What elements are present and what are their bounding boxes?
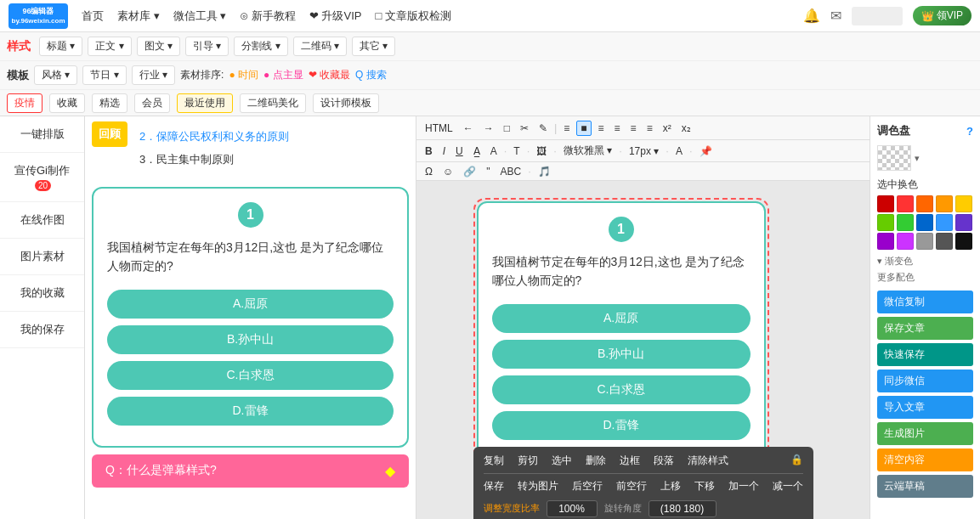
color-cell-9[interactable] [936, 214, 953, 231]
ed-bold[interactable]: B [422, 144, 436, 158]
tb-recent[interactable]: 最近使用 [177, 93, 233, 113]
ed-redo[interactable]: → [480, 121, 497, 135]
color-cell-13[interactable] [916, 233, 933, 250]
color-cell-12[interactable] [897, 233, 914, 250]
ed-align-center[interactable]: ≡ [595, 121, 608, 135]
sidebar-item-favorites[interactable]: 我的收藏 [0, 275, 84, 312]
ctx-before-line[interactable]: 前空行 [616, 479, 647, 494]
action-clear-content[interactable]: 清空内容 [877, 448, 973, 471]
ctx-to-image[interactable]: 转为图片 [518, 479, 558, 494]
template-text-item-1[interactable]: 2．保障公民权利和义务的原则 [139, 127, 289, 146]
quiz-option-left-1[interactable]: B.孙中山 [107, 325, 394, 354]
vip-button[interactable]: 👑 领VIP [913, 6, 972, 25]
ed-font-size[interactable]: 17px ▾ [626, 144, 662, 158]
ed-abc[interactable]: ABC [497, 165, 525, 178]
back-button[interactable]: 回顾 [92, 121, 127, 147]
ed-italic[interactable]: I [439, 144, 449, 158]
sidebar-item-images[interactable]: 图片素材 [0, 239, 84, 275]
ed-omega[interactable]: Ω [422, 165, 436, 178]
ed-text-color[interactable]: A [672, 144, 686, 158]
ctx-clear-style[interactable]: 清除样式 [688, 454, 728, 468]
tb-filter-fav[interactable]: 收藏 [49, 93, 85, 113]
nav-home[interactable]: 首页 [82, 8, 104, 24]
ctx-save[interactable]: 保存 [484, 479, 504, 494]
quiz-option-right-0[interactable]: A.屈原 [492, 304, 751, 333]
notification-bell-icon[interactable]: 🔔 [803, 8, 820, 24]
action-import-article[interactable]: 导入文章 [877, 396, 973, 419]
tb-search[interactable]: Q 搜索 [355, 68, 387, 82]
ctx-select[interactable]: 选中 [552, 454, 572, 468]
tb-body[interactable]: 正文 ▾ [88, 37, 131, 56]
tb-graphic[interactable]: 图文 ▾ [137, 37, 180, 56]
quiz-option-right-2[interactable]: C.白求恩 [492, 375, 751, 404]
user-avatar[interactable] [852, 7, 903, 25]
ctx-up[interactable]: 上移 [660, 479, 681, 494]
action-wechat-copy[interactable]: 微信复制 [877, 291, 973, 313]
sidebar-item-layout[interactable]: 一键排版 [0, 116, 84, 153]
tb-holiday[interactable]: 节日 ▾ [82, 65, 126, 85]
ctx-rotate-input[interactable] [649, 500, 717, 517]
ctx-border[interactable]: 边框 [620, 454, 640, 468]
tb-filter-member[interactable]: 会员 [134, 93, 170, 113]
ed-pin[interactable]: 📌 [696, 144, 716, 158]
ctx-copy[interactable]: 复制 [484, 454, 504, 468]
tb-style[interactable]: 风格 ▾ [34, 65, 77, 85]
ed-align-left[interactable]: ■ [576, 121, 591, 136]
sidebar-item-saved[interactable]: 我的保存 [0, 312, 84, 348]
color-cell-2[interactable] [897, 195, 914, 212]
ed-text-style[interactable]: T [510, 144, 523, 158]
sort-time[interactable]: ● 时间 [229, 68, 258, 82]
tb-guide[interactable]: 引导 ▾ [185, 37, 229, 56]
tb-designer[interactable]: 设计师模板 [313, 93, 379, 113]
ed-subscript[interactable]: x₂ [678, 121, 694, 135]
ctx-cut[interactable]: 剪切 [518, 454, 538, 468]
ed-color[interactable]: A̲ [470, 144, 484, 158]
mail-icon[interactable]: ✉ [830, 8, 841, 24]
ctx-remove[interactable]: 减一个 [773, 479, 803, 494]
color-dropdown-arrow[interactable]: ▾ [915, 153, 920, 164]
ed-indent[interactable]: ≡ [627, 121, 640, 135]
ctx-percent-input[interactable] [547, 500, 598, 517]
tb-divider[interactable]: 分割线 ▾ [234, 37, 287, 56]
color-help-icon[interactable]: ? [966, 125, 973, 138]
ed-font[interactable]: A [487, 144, 501, 158]
quiz-option-right-1[interactable]: B.孙中山 [492, 340, 751, 369]
ed-underline[interactable]: U [452, 144, 467, 158]
ed-cut[interactable]: ✂ [517, 121, 532, 135]
gradient-label[interactable]: ▾ 渐变色 [877, 255, 973, 268]
ed-list[interactable]: ≡ [560, 121, 573, 135]
action-save-article[interactable]: 保存文章 [877, 317, 973, 340]
tb-qrcode[interactable]: 二维码 ▾ [293, 37, 347, 56]
tb-industry[interactable]: 行业 ▾ [132, 65, 175, 85]
action-quick-save[interactable]: 快速保存 [877, 343, 973, 366]
color-cell-5[interactable] [955, 195, 972, 212]
quiz-option-left-3[interactable]: D.雷锋 [107, 397, 394, 426]
sort-theme[interactable]: ● 点主显 [263, 68, 303, 82]
ed-quote[interactable]: " [483, 165, 493, 178]
tb-qrcode-beauty[interactable]: 二维码美化 [240, 93, 306, 113]
quiz-option-left-0[interactable]: A.屈原 [107, 290, 394, 319]
nav-vip-upgrade[interactable]: ❤ 升级VIP [309, 8, 362, 24]
ed-html[interactable]: HTML [422, 121, 456, 135]
editor-selected-wrapper[interactable]: 1 我国植树节定在每年的3月12日,这也 是为了纪念哪位人物而定的? A.屈原 … [473, 198, 769, 465]
ctx-paragraph[interactable]: 段落 [654, 454, 674, 468]
ed-copy[interactable]: □ [501, 121, 513, 135]
color-cell-14[interactable] [936, 233, 953, 250]
template-text-item-2[interactable]: 3．民主集中制原则 [139, 149, 289, 169]
tb-filter-pandemic[interactable]: 疫情 [7, 93, 42, 113]
color-cell-7[interactable] [897, 214, 914, 231]
nav-materials[interactable]: 素材库 ▾ [117, 8, 160, 24]
action-cloud-draft[interactable]: 云端草稿 [877, 475, 973, 498]
tb-filter-featured[interactable]: 精选 [92, 93, 127, 113]
ctx-delete[interactable]: 删除 [586, 454, 606, 468]
color-cell-10[interactable] [955, 214, 972, 231]
ctx-lock-icon[interactable]: 🔒 [790, 454, 803, 465]
color-cell-4[interactable] [936, 195, 953, 212]
quiz-option-left-2[interactable]: C.白求恩 [107, 361, 394, 390]
ctx-after-line[interactable]: 后空行 [572, 479, 603, 494]
color-cell-1[interactable] [877, 195, 894, 212]
ed-edit[interactable]: ✎ [535, 121, 551, 135]
ed-link[interactable]: 🔗 [460, 165, 479, 178]
nav-wechat-tools[interactable]: 微信工具 ▾ [173, 8, 227, 24]
quiz-option-right-3[interactable]: D.雷锋 [492, 411, 751, 440]
